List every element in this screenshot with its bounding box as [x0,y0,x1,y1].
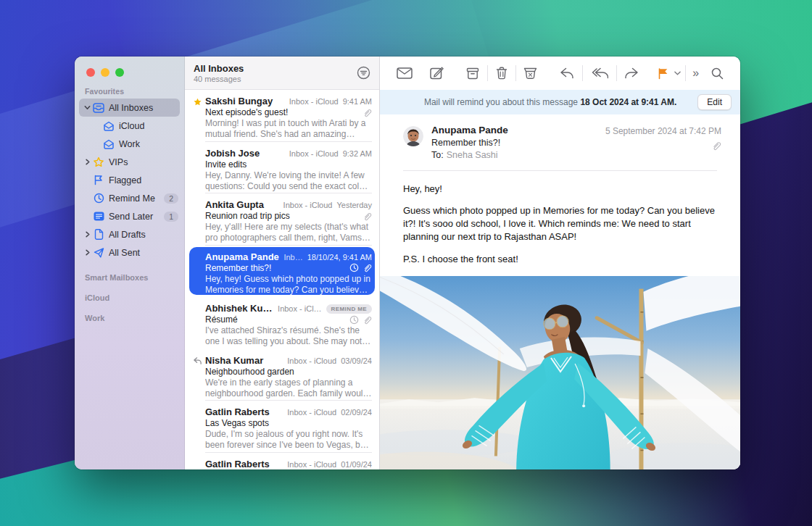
sender: Gatlin Raberts [205,406,283,417]
sidebar-item-work-inbox[interactable]: Work [75,135,184,153]
minimize-window-button[interactable] [101,68,109,77]
sidebar-item-all-sent[interactable]: All Sent [75,243,184,262]
message-subject: Remember this?! [431,138,605,148]
mailbox-label: Inbox - iCl… [278,304,322,313]
close-window-button[interactable] [86,68,95,77]
sender: Jobish Jose [205,148,285,159]
attachment-paperclip-icon[interactable] [605,141,721,151]
replied-arrow-icon [189,355,205,401]
sidebar-item-send-later[interactable]: Send Later 1 [75,207,184,225]
message-row[interactable]: Gatlin Raberts Inbox - iCloud01/09/24 [185,453,379,470]
sidebar-item-label: iCloud [119,121,178,131]
timestamp: 9:32 AM [343,149,372,158]
message-list-body: Sakshi Bungay Inbox - iCloud9:41 AM Next… [185,90,379,469]
envelope-open-icon [102,121,115,131]
sender: Sakshi Bungay [205,96,285,107]
preview: Morning! I was put in touch with Arati b… [205,118,372,141]
subject: Résumé [205,314,349,325]
recipient-name[interactable]: Sneha Sashi [447,150,498,160]
chevron-right-icon[interactable] [82,249,92,256]
vip-star-icon [189,96,205,142]
junk-icon[interactable] [517,62,544,84]
more-toolbar-items-icon[interactable]: » [687,67,705,80]
preview: Hey, Danny. We're loving the invite! A f… [205,170,372,193]
smart-mailboxes-section-label[interactable]: Smart Mailboxes [75,262,184,282]
sidebar-item-icloud-inbox[interactable]: iCloud [75,117,184,135]
archive-icon[interactable] [460,62,486,84]
sidebar-item-remind-me[interactable]: Remind Me 2 [75,189,184,207]
subject: Las Vegas spots [205,418,372,428]
delete-icon[interactable] [489,62,514,84]
message-row[interactable]: Ankita Gupta Inbox - iCloudYesterday Reu… [185,193,379,246]
sidebar-item-vips[interactable]: VIPs [75,153,184,171]
message-list-header: All Inboxes 40 messages [185,57,379,90]
message-row[interactable]: Gatlin Raberts Inbox - iCloud02/09/24 La… [185,401,379,453]
forward-icon[interactable] [618,62,645,84]
mailbox-label: Inbox - iCloud [287,460,336,469]
subject: Neighbourhood garden [205,367,372,377]
paperclip-icon [362,315,372,325]
sidebar-item-label: Work [119,139,178,149]
body-greeting: Hey, hey! [403,183,717,196]
work-section-label[interactable]: Work [75,302,184,322]
paperclip-icon [362,212,372,221]
chevron-right-icon[interactable] [82,159,92,165]
mailbox-label: Inbox - iCloud [289,97,339,106]
message-sender-name[interactable]: Anupama Pande [431,125,605,135]
filter-icon[interactable] [357,66,370,80]
timestamp: 02/09/24 [341,408,372,417]
message-row[interactable]: Abhishek Kumar Inbox - iCl…REMIND ME Rés… [185,297,379,349]
flag-menu-chevron-icon[interactable] [671,71,684,75]
subject: Remember this?! [205,263,349,273]
message-recipients: To:Sneha Sashi [431,150,605,160]
compose-icon[interactable] [423,62,450,84]
zoom-window-button[interactable] [115,68,124,77]
search-icon[interactable] [705,62,730,84]
reminder-date: 18 Oct 2024 at 9:41 AM. [580,97,676,107]
get-mail-icon[interactable] [390,62,419,84]
sender-avatar[interactable] [403,126,423,146]
body-ps: P.S. I choose the front seat! [403,253,717,266]
timestamp: 18/10/24, 9:41 AM [307,253,372,262]
reminder-banner: Mail will remind you about this message … [380,90,740,114]
sidebar-item-all-drafts[interactable]: All Drafts [75,225,184,243]
sidebar-item-flagged[interactable]: Flagged [75,171,184,189]
mailbox-label: Inbox - iCloud [287,356,336,365]
sidebar-item-label: All Sent [109,248,178,258]
sidebar-item-label: Send Later [109,212,164,222]
reply-all-icon[interactable] [584,62,615,84]
preview: Dude, I'm so jealous of you right now. I… [205,429,372,451]
flag-icon[interactable] [650,62,671,84]
timestamp: 9:41 AM [343,97,372,106]
sender: Abhishek Kumar [205,303,273,314]
timestamp: Yesterday [336,201,372,209]
remind-me-badge: REMIND ME [326,304,372,314]
icloud-section-label[interactable]: iCloud [75,282,184,302]
sidebar-item-label: Remind Me [109,193,164,204]
message-row[interactable]: Jobish Jose Inbox - iCloud9:32 AM Invite… [185,142,379,194]
star-icon [92,156,105,167]
message-row[interactable]: Nisha Kumar Inbox - iCloud03/09/24 Neigh… [185,349,379,401]
sender: Nisha Kumar [205,355,283,366]
edit-reminder-button[interactable]: Edit [697,94,732,110]
document-icon [92,229,105,240]
chevron-down-icon[interactable] [82,104,92,111]
sidebar-item-label: All Inboxes [109,103,178,113]
send-later-icon [92,212,105,221]
message-row[interactable]: Sakshi Bungay Inbox - iCloud9:41 AM Next… [185,90,379,142]
photo-attachment[interactable] [380,276,740,469]
subject: Reunion road trip pics [205,211,362,221]
count-badge: 2 [164,193,178,204]
sidebar-item-all-inboxes[interactable]: All Inboxes [75,99,184,117]
flag-icon [92,175,105,185]
toolbar: » [380,57,740,90]
chevron-right-icon[interactable] [82,231,92,238]
timestamp: 03/09/24 [341,356,372,365]
reply-icon[interactable] [553,62,581,84]
message-row-selected[interactable]: Anupama Pande Inb…18/10/24, 9:41 AM Reme… [185,246,379,298]
count-badge: 1 [164,212,178,222]
sender: Ankita Gupta [205,199,279,210]
preview: We're in the early stages of planning a … [205,377,372,400]
sidebar-item-label: Flagged [109,175,178,185]
mail-window: Favourites All Inboxes iCloud Work [75,57,740,469]
